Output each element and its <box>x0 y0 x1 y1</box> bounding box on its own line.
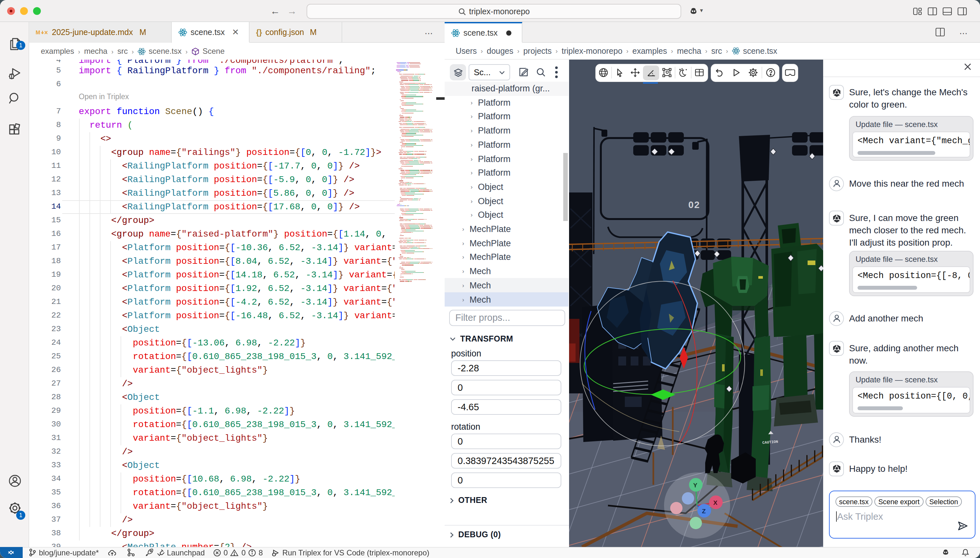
svg-text:Z: Z <box>702 508 706 515</box>
svg-text:M: M <box>36 30 40 36</box>
svg-text:Y: Y <box>693 482 697 489</box>
svg-text:02: 02 <box>688 200 700 210</box>
svg-text:X: X <box>713 499 717 506</box>
